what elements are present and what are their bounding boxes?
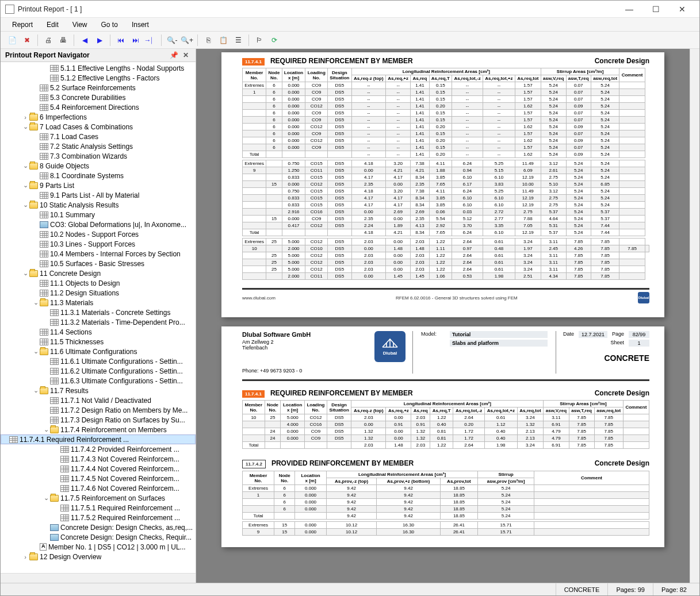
expand-toggle-icon[interactable]: ⌄ <box>21 182 29 189</box>
tree-item[interactable]: 11.2 Design Situations <box>1 288 196 298</box>
menu-edit[interactable]: Edit <box>40 19 66 30</box>
tree-item[interactable]: 11.1 Objects to Design <box>1 278 196 288</box>
new-icon[interactable]: 📄 <box>5 33 19 47</box>
expand-toggle-icon[interactable]: ⌄ <box>21 201 29 209</box>
tree-item[interactable]: ⌄11.7.4 Reinforcement on Members <box>1 425 196 434</box>
tree-item[interactable]: 5.1.1 Effective Lengths - Nodal Supports <box>1 63 196 73</box>
grid-icon <box>50 65 59 72</box>
tree-item[interactable]: 10.1 Summary <box>1 210 196 220</box>
tree-item[interactable]: ⌄11.3 Materials <box>1 298 196 307</box>
nav-next-icon[interactable]: ▶ <box>93 33 106 47</box>
zoom-in-icon[interactable]: 🔍+ <box>180 33 194 47</box>
expand-toggle-icon[interactable]: ⌄ <box>21 270 29 277</box>
expand-toggle-icon[interactable]: ⌄ <box>42 426 50 433</box>
expand-toggle-icon[interactable]: ⌄ <box>32 387 40 394</box>
menu-view[interactable]: View <box>66 19 94 30</box>
tree-item[interactable]: 11.5 Thicknesses <box>1 337 196 347</box>
tree-item[interactable]: 5.2 Surface Reinforcements <box>1 83 196 93</box>
expand-toggle-icon[interactable]: ⌄ <box>32 299 40 306</box>
report-viewport[interactable]: 11.7.4.1 REQUIRED REINFORCEMENT BY MEMBE… <box>196 49 690 583</box>
nav-goto-icon[interactable]: →⎸ <box>144 33 158 47</box>
tree-item[interactable]: CO3: Global Deformations |u|, In Axonome… <box>1 220 196 229</box>
navigator-close-icon[interactable]: ✕ <box>181 51 191 59</box>
settings-icon[interactable]: ☰ <box>231 33 245 47</box>
tree-item[interactable]: 11.7.2 Design Ratio on Members by Me... <box>1 405 196 415</box>
close-button[interactable]: ✕ <box>670 1 695 17</box>
tree-item[interactable]: 11.7.4.3 Not Covered Reinforcem... <box>1 454 196 464</box>
tree-item[interactable]: 11.6.1 Ultimate Configurations - Settin.… <box>1 356 196 366</box>
expand-toggle-icon[interactable]: ⌄ <box>42 494 50 502</box>
tree-item-label: CO3: Global Deformations |u|, In Axonome… <box>50 221 186 229</box>
tree-item[interactable]: 11.7.4.2 Provided Reinforcement ... <box>1 444 196 454</box>
tree-item[interactable]: 10.2 Nodes - Support Forces <box>1 229 196 239</box>
grid-icon <box>40 133 48 140</box>
export-doc-icon[interactable]: 📋 <box>216 33 230 47</box>
zoom-out-icon[interactable]: 🔍- <box>165 33 179 47</box>
minimize-button[interactable]: — <box>617 1 642 17</box>
tree-item-label: 10.2 Nodes - Support Forces <box>50 230 139 239</box>
expand-toggle-icon[interactable]: › <box>21 114 29 121</box>
menu-go-to[interactable]: Go to <box>94 19 125 30</box>
tree-item[interactable]: 11.7.3 Design Ratio on Surfaces by Su... <box>1 415 196 425</box>
tree-item[interactable]: ⌄7 Load Cases & Combinations <box>1 122 196 132</box>
tree-item[interactable]: 9.1 Parts List - All by Material <box>1 190 196 200</box>
expand-toggle-icon[interactable]: ⌄ <box>21 162 29 170</box>
tree-item[interactable]: ›12 Design Overview <box>1 552 196 562</box>
tree-item[interactable]: Concrete Design: Design Checks, as,req,.… <box>1 522 196 532</box>
tree-item[interactable]: 11.7.4.6 Not Covered Reinforcem... <box>1 483 196 493</box>
nav-first-icon[interactable]: ⏮ <box>114 33 128 47</box>
expand-toggle-icon[interactable]: ⌄ <box>21 123 29 130</box>
tree-item[interactable]: Member No. 1 | DS5 | CO12 | 3.000 m | UL… <box>1 542 196 552</box>
tree-item[interactable]: 11.7.1 Not Valid / Deactivated <box>1 395 196 405</box>
tree-item[interactable]: 7.3 Combination Wizards <box>1 151 196 161</box>
tree-item[interactable]: 7.1 Load Cases <box>1 132 196 141</box>
tree-item[interactable]: 11.6.2 Ultimate Configurations - Settin.… <box>1 366 196 376</box>
tree-item-label: Member No. 1 | DS5 | CO12 | 3.000 m | UL… <box>48 543 186 551</box>
tree-item[interactable]: 11.3.1 Materials - Concrete Settings <box>1 307 196 317</box>
refresh-icon[interactable]: ⟳ <box>267 33 281 47</box>
menu-report[interactable]: Report <box>5 19 40 30</box>
tree-item[interactable]: 11.4 Sections <box>1 327 196 337</box>
maximize-button[interactable]: ☐ <box>643 1 668 17</box>
tree-item[interactable]: ⌄11 Concrete Design <box>1 268 196 278</box>
language-icon[interactable]: 🏳 <box>253 33 266 47</box>
tree-item[interactable]: 11.7.5.1 Required Reinforcement ... <box>1 503 196 513</box>
nav-last-icon[interactable]: ⏭ <box>129 33 143 47</box>
vertical-scrollbar[interactable] <box>690 49 699 583</box>
export-pdf-icon[interactable]: ⎘ <box>201 33 215 47</box>
tree-item[interactable]: ⌄11.7 Results <box>1 386 196 395</box>
tree-item[interactable]: 11.7.4.5 Not Covered Reinforcem... <box>1 474 196 483</box>
delete-icon[interactable]: ✖ <box>20 33 34 47</box>
tree-item[interactable]: 11.3.2 Materials - Time-Dependent Pro... <box>1 317 196 327</box>
tree-item[interactable]: ›6 Imperfections <box>1 112 196 122</box>
pin-icon[interactable]: 📌 <box>167 51 181 59</box>
tree-item[interactable]: 10.3 Lines - Support Forces <box>1 239 196 249</box>
nav-prev-icon[interactable]: ◀ <box>78 33 91 47</box>
tree-item[interactable]: 11.7.4.1 Required Reinforcement ... <box>1 434 196 444</box>
tree-item-label: 7.3 Combination Wizards <box>50 152 127 160</box>
tree-item[interactable]: ⌄10 Static Analysis Results <box>1 200 196 210</box>
expand-toggle-icon[interactable]: › <box>21 553 29 560</box>
tree-item[interactable]: ⌄11.6 Ultimate Configurations <box>1 347 196 356</box>
tree-item[interactable]: 5.3 Concrete Durabilities <box>1 93 196 102</box>
tree-item-label: 11.7.4.1 Required Reinforcement ... <box>20 436 129 444</box>
tree-item[interactable]: Concrete Design: Design Checks, Requir..… <box>1 532 196 542</box>
tree-item[interactable]: 11.6.3 Ultimate Configurations - Settin.… <box>1 376 196 386</box>
tree-item[interactable]: ⌄8 Guide Objects <box>1 161 196 171</box>
expand-toggle-icon[interactable]: ⌄ <box>32 348 40 355</box>
tree-item[interactable]: 5.4 Reinforcement Directions <box>1 102 196 112</box>
tree-item[interactable]: 7.2 Static Analysis Settings <box>1 141 196 151</box>
tree-item[interactable]: 11.7.4.4 Not Covered Reinforcem... <box>1 464 196 474</box>
grid-icon <box>40 290 48 297</box>
tree-item[interactable]: 10.5 Surfaces - Basic Stresses <box>1 259 196 268</box>
tree-item[interactable]: ⌄11.7.5 Reinforcement on Surfaces <box>1 493 196 503</box>
print-preview-icon[interactable]: 🖶 <box>56 33 70 47</box>
menu-insert[interactable]: Insert <box>125 19 156 30</box>
tree-item[interactable]: 11.7.5.2 Required Reinforcement ... <box>1 513 196 522</box>
folder-icon <box>29 114 38 121</box>
tree-item[interactable]: 5.1.2 Effective Lengths - Factors <box>1 73 196 83</box>
tree-item[interactable]: 10.4 Members - Internal Forces by Sectio… <box>1 249 196 259</box>
tree-item[interactable]: ⌄9 Parts List <box>1 180 196 190</box>
print-icon[interactable]: 🖨 <box>41 33 55 47</box>
tree-item[interactable]: 8.1 Coordinate Systems <box>1 171 196 180</box>
